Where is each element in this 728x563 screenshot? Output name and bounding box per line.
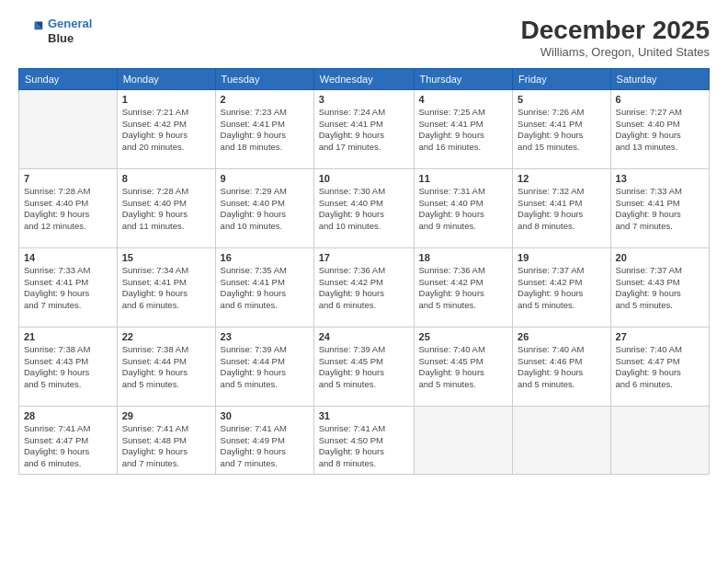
day-info: Sunrise: 7:38 AMSunset: 4:43 PMDaylight:… <box>24 344 112 391</box>
day-cell: 22Sunrise: 7:38 AMSunset: 4:44 PMDayligh… <box>117 327 215 406</box>
day-info: Sunrise: 7:24 AMSunset: 4:41 PMDaylight:… <box>319 107 409 154</box>
day-number: 6 <box>616 94 704 105</box>
day-cell: 26Sunrise: 7:40 AMSunset: 4:46 PMDayligh… <box>513 327 610 406</box>
day-cell: 27Sunrise: 7:40 AMSunset: 4:47 PMDayligh… <box>610 327 709 406</box>
day-number: 11 <box>419 173 508 184</box>
month-title: December 2025 <box>521 17 710 45</box>
day-info: Sunrise: 7:41 AMSunset: 4:47 PMDaylight:… <box>24 423 112 470</box>
day-number: 4 <box>419 94 508 105</box>
col-monday: Monday <box>117 68 215 89</box>
logo: General Blue <box>18 17 92 45</box>
day-number: 7 <box>24 173 112 184</box>
logo-icon <box>18 18 44 44</box>
day-number: 25 <box>419 331 508 342</box>
day-number: 15 <box>122 252 210 263</box>
day-info: Sunrise: 7:25 AMSunset: 4:41 PMDaylight:… <box>419 107 508 154</box>
day-cell: 24Sunrise: 7:39 AMSunset: 4:45 PMDayligh… <box>313 327 414 406</box>
day-info: Sunrise: 7:28 AMSunset: 4:40 PMDaylight:… <box>122 186 210 233</box>
day-cell: 25Sunrise: 7:40 AMSunset: 4:45 PMDayligh… <box>414 327 513 406</box>
page: General Blue December 2025 Williams, Ore… <box>0 0 728 563</box>
header-row: Sunday Monday Tuesday Wednesday Thursday… <box>19 68 710 89</box>
day-cell: 29Sunrise: 7:41 AMSunset: 4:48 PMDayligh… <box>117 406 215 474</box>
day-cell: 17Sunrise: 7:36 AMSunset: 4:42 PMDayligh… <box>313 247 414 327</box>
day-cell: 21Sunrise: 7:38 AMSunset: 4:43 PMDayligh… <box>19 327 118 406</box>
day-cell: 9Sunrise: 7:29 AMSunset: 4:40 PMDaylight… <box>215 168 313 247</box>
day-info: Sunrise: 7:37 AMSunset: 4:43 PMDaylight:… <box>616 265 704 312</box>
week-row-5: 28Sunrise: 7:41 AMSunset: 4:47 PMDayligh… <box>19 406 710 474</box>
day-info: Sunrise: 7:41 AMSunset: 4:48 PMDaylight:… <box>122 423 210 470</box>
day-cell: 16Sunrise: 7:35 AMSunset: 4:41 PMDayligh… <box>215 247 313 327</box>
day-number: 8 <box>122 173 210 184</box>
day-number: 9 <box>221 173 309 184</box>
day-number: 3 <box>319 94 409 105</box>
location: Williams, Oregon, United States <box>521 45 710 59</box>
col-tuesday: Tuesday <box>215 68 313 89</box>
col-thursday: Thursday <box>414 68 513 89</box>
day-info: Sunrise: 7:36 AMSunset: 4:42 PMDaylight:… <box>319 265 409 312</box>
day-number: 5 <box>518 94 605 105</box>
day-cell <box>610 406 709 474</box>
day-cell: 4Sunrise: 7:25 AMSunset: 4:41 PMDaylight… <box>414 89 513 168</box>
col-sunday: Sunday <box>19 68 118 89</box>
day-info: Sunrise: 7:35 AMSunset: 4:41 PMDaylight:… <box>221 265 309 312</box>
day-cell: 31Sunrise: 7:41 AMSunset: 4:50 PMDayligh… <box>313 406 414 474</box>
day-cell: 7Sunrise: 7:28 AMSunset: 4:40 PMDaylight… <box>19 168 118 247</box>
day-cell: 3Sunrise: 7:24 AMSunset: 4:41 PMDaylight… <box>313 89 414 168</box>
day-number: 29 <box>122 410 210 421</box>
day-number: 24 <box>319 331 409 342</box>
week-row-2: 7Sunrise: 7:28 AMSunset: 4:40 PMDaylight… <box>19 168 710 247</box>
day-cell: 28Sunrise: 7:41 AMSunset: 4:47 PMDayligh… <box>19 406 118 474</box>
day-cell: 10Sunrise: 7:30 AMSunset: 4:40 PMDayligh… <box>313 168 414 247</box>
day-number: 16 <box>221 252 309 263</box>
day-info: Sunrise: 7:30 AMSunset: 4:40 PMDaylight:… <box>319 186 409 233</box>
day-info: Sunrise: 7:41 AMSunset: 4:50 PMDaylight:… <box>319 423 409 470</box>
day-info: Sunrise: 7:40 AMSunset: 4:45 PMDaylight:… <box>419 344 508 391</box>
day-cell <box>414 406 513 474</box>
day-cell: 5Sunrise: 7:26 AMSunset: 4:41 PMDaylight… <box>513 89 610 168</box>
col-friday: Friday <box>513 68 610 89</box>
day-number: 2 <box>221 94 309 105</box>
day-cell: 11Sunrise: 7:31 AMSunset: 4:40 PMDayligh… <box>414 168 513 247</box>
day-number: 10 <box>319 173 409 184</box>
day-info: Sunrise: 7:31 AMSunset: 4:40 PMDaylight:… <box>419 186 508 233</box>
day-cell: 18Sunrise: 7:36 AMSunset: 4:42 PMDayligh… <box>414 247 513 327</box>
day-cell: 8Sunrise: 7:28 AMSunset: 4:40 PMDaylight… <box>117 168 215 247</box>
day-info: Sunrise: 7:34 AMSunset: 4:41 PMDaylight:… <box>122 265 210 312</box>
day-cell: 30Sunrise: 7:41 AMSunset: 4:49 PMDayligh… <box>215 406 313 474</box>
day-info: Sunrise: 7:23 AMSunset: 4:41 PMDaylight:… <box>221 107 309 154</box>
week-row-3: 14Sunrise: 7:33 AMSunset: 4:41 PMDayligh… <box>19 247 710 327</box>
day-info: Sunrise: 7:38 AMSunset: 4:44 PMDaylight:… <box>122 344 210 391</box>
day-info: Sunrise: 7:40 AMSunset: 4:47 PMDaylight:… <box>616 344 704 391</box>
week-row-1: 1Sunrise: 7:21 AMSunset: 4:42 PMDaylight… <box>19 89 710 168</box>
day-number: 21 <box>24 331 112 342</box>
day-info: Sunrise: 7:36 AMSunset: 4:42 PMDaylight:… <box>419 265 508 312</box>
day-info: Sunrise: 7:21 AMSunset: 4:42 PMDaylight:… <box>122 107 210 154</box>
day-info: Sunrise: 7:39 AMSunset: 4:44 PMDaylight:… <box>221 344 309 391</box>
day-info: Sunrise: 7:37 AMSunset: 4:42 PMDaylight:… <box>518 265 605 312</box>
day-cell <box>513 406 610 474</box>
day-cell: 13Sunrise: 7:33 AMSunset: 4:41 PMDayligh… <box>610 168 709 247</box>
day-number: 18 <box>419 252 508 263</box>
day-info: Sunrise: 7:33 AMSunset: 4:41 PMDaylight:… <box>616 186 704 233</box>
day-cell: 2Sunrise: 7:23 AMSunset: 4:41 PMDaylight… <box>215 89 313 168</box>
day-number: 26 <box>518 331 605 342</box>
day-info: Sunrise: 7:40 AMSunset: 4:46 PMDaylight:… <box>518 344 605 391</box>
day-cell: 12Sunrise: 7:32 AMSunset: 4:41 PMDayligh… <box>513 168 610 247</box>
col-saturday: Saturday <box>610 68 709 89</box>
day-info: Sunrise: 7:27 AMSunset: 4:40 PMDaylight:… <box>616 107 704 154</box>
day-number: 22 <box>122 331 210 342</box>
day-cell: 6Sunrise: 7:27 AMSunset: 4:40 PMDaylight… <box>610 89 709 168</box>
day-number: 19 <box>518 252 605 263</box>
day-cell: 14Sunrise: 7:33 AMSunset: 4:41 PMDayligh… <box>19 247 118 327</box>
header: General Blue December 2025 Williams, Ore… <box>18 17 710 59</box>
day-number: 27 <box>616 331 704 342</box>
day-info: Sunrise: 7:28 AMSunset: 4:40 PMDaylight:… <box>24 186 112 233</box>
day-number: 23 <box>221 331 309 342</box>
day-cell: 1Sunrise: 7:21 AMSunset: 4:42 PMDaylight… <box>117 89 215 168</box>
day-number: 14 <box>24 252 112 263</box>
day-number: 13 <box>616 173 704 184</box>
day-number: 28 <box>24 410 112 421</box>
day-number: 30 <box>221 410 309 421</box>
day-cell: 15Sunrise: 7:34 AMSunset: 4:41 PMDayligh… <box>117 247 215 327</box>
calendar-table: Sunday Monday Tuesday Wednesday Thursday… <box>18 68 710 475</box>
